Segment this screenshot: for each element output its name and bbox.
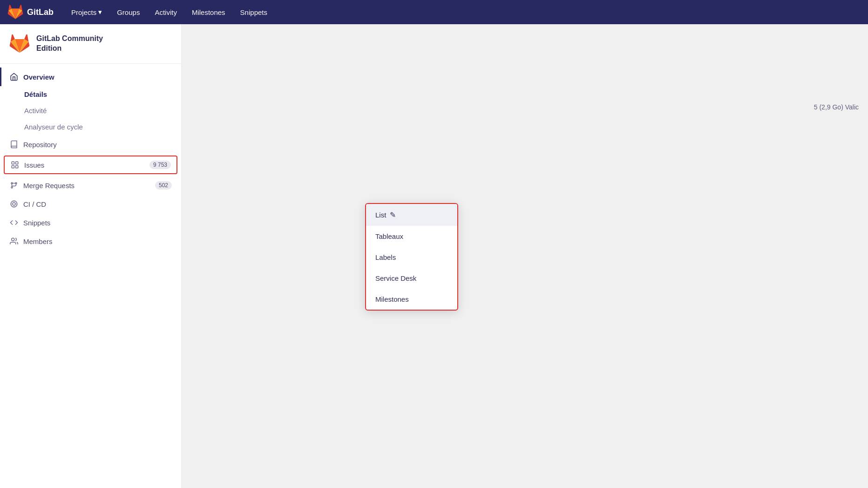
project-title: GitLab Community Edition xyxy=(36,34,103,54)
svg-rect-0 xyxy=(12,162,14,164)
sidebar-header: GitLab Community Edition xyxy=(0,24,181,64)
chevron-down-icon: ▾ xyxy=(98,8,102,16)
nav-groups[interactable]: Groups xyxy=(110,5,146,20)
sidebar-item-repository[interactable]: Repository xyxy=(0,135,181,154)
sidebar: GitLab Community Edition Overview Détai xyxy=(0,24,182,488)
gitlab-logo-icon xyxy=(7,4,23,20)
book-icon xyxy=(9,140,19,149)
main-layout: GitLab Community Edition Overview Détai xyxy=(0,24,868,488)
dropdown-item-tableaux[interactable]: Tableaux xyxy=(366,226,457,247)
svg-point-8 xyxy=(13,203,15,205)
sidebar-nav: Overview Détails Activité Analyseur de c… xyxy=(0,64,181,254)
snippets-icon xyxy=(9,218,19,227)
sidebar-item-repository-label: Repository xyxy=(23,141,57,149)
brand-name: GitLab xyxy=(27,7,54,17)
cicd-icon xyxy=(9,199,19,209)
issues-icon xyxy=(10,160,20,169)
sidebar-item-snippets-label: Snippets xyxy=(23,219,50,227)
top-navbar: GitLab Projects ▾ Groups Activity Milest… xyxy=(0,0,868,24)
sidebar-subitem-details[interactable]: Détails xyxy=(0,86,181,102)
home-icon xyxy=(9,72,19,81)
svg-point-13 xyxy=(12,238,14,241)
brand-logo[interactable]: GitLab xyxy=(7,4,54,20)
issues-dropdown-menu: List ✎ Tableaux Labels Service Desk Mile… xyxy=(365,203,458,311)
sidebar-item-cicd-label: CI / CD xyxy=(23,200,46,208)
sidebar-item-members[interactable]: Members xyxy=(0,232,181,251)
dropdown-item-labels[interactable]: Labels xyxy=(366,247,457,268)
sidebar-item-merge-label: Merge Requests xyxy=(23,182,75,190)
nav-snippets[interactable]: Snippets xyxy=(234,5,274,20)
project-logo-icon xyxy=(9,34,30,54)
merge-icon xyxy=(9,181,19,190)
merge-requests-badge: 502 xyxy=(155,181,172,190)
nav-links: Projects ▾ Groups Activity Milestones Sn… xyxy=(65,4,274,20)
sidebar-item-issues-wrapper: Issues 9 753 xyxy=(4,156,177,174)
sidebar-item-issues-label: Issues xyxy=(24,161,44,169)
main-content: 5 (2,9 Go) Valic List ✎ Tableaux Labels … xyxy=(182,24,868,488)
info-bar: 5 (2,9 Go) Valic xyxy=(805,99,868,115)
svg-rect-2 xyxy=(12,166,14,168)
nav-projects[interactable]: Projects ▾ xyxy=(65,4,108,20)
sidebar-item-snippets[interactable]: Snippets xyxy=(0,213,181,232)
issues-badge: 9 753 xyxy=(149,161,171,169)
dropdown-item-service-desk[interactable]: Service Desk xyxy=(366,268,457,289)
members-icon xyxy=(9,237,19,246)
sidebar-item-merge-requests[interactable]: Merge Requests 502 xyxy=(0,176,181,195)
svg-point-5 xyxy=(11,187,13,188)
cursor-icon: ✎ xyxy=(390,210,396,219)
sidebar-subitem-activity[interactable]: Activité xyxy=(0,102,181,119)
sidebar-item-issues[interactable]: Issues 9 753 xyxy=(5,156,176,173)
svg-rect-3 xyxy=(16,166,18,168)
sidebar-item-overview-label: Overview xyxy=(23,73,54,81)
nav-milestones[interactable]: Milestones xyxy=(185,5,232,20)
sidebar-item-members-label: Members xyxy=(23,237,53,245)
svg-point-7 xyxy=(11,201,17,207)
nav-activity[interactable]: Activity xyxy=(148,5,183,20)
sidebar-subitem-cycle[interactable]: Analyseur de cycle xyxy=(0,119,181,135)
svg-rect-1 xyxy=(16,162,18,164)
dropdown-item-list[interactable]: List ✎ xyxy=(366,204,457,226)
sidebar-item-overview[interactable]: Overview xyxy=(0,68,181,86)
dropdown-item-milestones[interactable]: Milestones xyxy=(366,289,457,310)
sidebar-item-cicd[interactable]: CI / CD xyxy=(0,195,181,213)
